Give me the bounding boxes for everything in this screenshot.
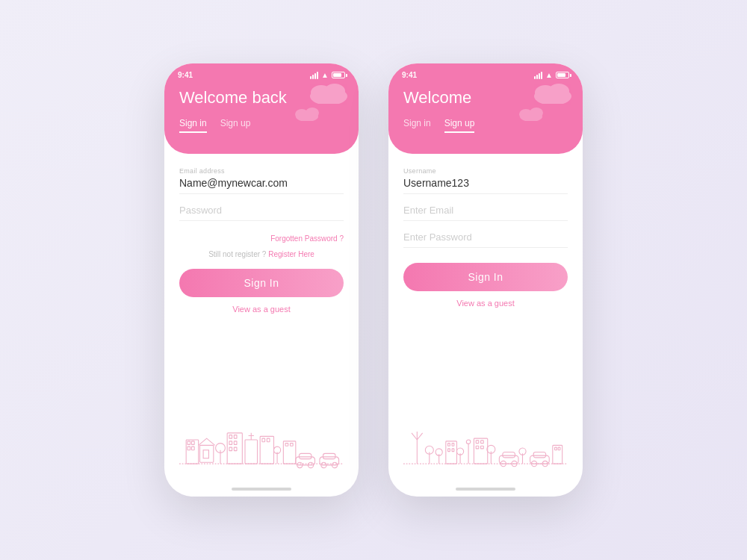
svg-rect-69 <box>481 446 484 449</box>
sign-in-button-2[interactable]: Sign In <box>403 263 568 291</box>
svg-rect-8 <box>192 441 195 445</box>
username-field-group: Username Username123 <box>403 167 568 194</box>
svg-rect-83 <box>555 447 557 450</box>
phone-header-signup: 9:41 ▲ Welcome <box>388 63 583 154</box>
cloud-small-1 <box>293 105 321 121</box>
cloud-large-2 <box>530 78 575 104</box>
tab-signup-1[interactable]: Sign up <box>220 118 251 133</box>
svg-rect-84 <box>558 447 560 450</box>
svg-rect-7 <box>187 441 190 445</box>
register-link[interactable]: Register Here <box>268 250 314 258</box>
svg-rect-66 <box>476 441 479 444</box>
svg-rect-9 <box>187 447 190 450</box>
svg-rect-21 <box>234 447 237 451</box>
username-value[interactable]: Username123 <box>403 177 568 194</box>
svg-rect-22 <box>245 440 258 464</box>
email-value[interactable]: Name@mynewcar.com <box>179 177 344 194</box>
header-content-1: Welcome back Sign in Sign up <box>164 84 359 133</box>
svg-rect-73 <box>503 452 515 458</box>
register-text: Still not register ? Register Here <box>179 250 344 258</box>
svg-rect-78 <box>530 455 550 464</box>
sign-in-button-1[interactable]: Sign In <box>179 269 344 297</box>
city-illustration-2 <box>403 410 568 470</box>
svg-rect-56 <box>446 441 457 464</box>
phone-signup: 9:41 ▲ Welcome <box>388 63 583 497</box>
svg-rect-18 <box>229 441 232 445</box>
tab-signin-1[interactable]: Sign in <box>179 118 207 133</box>
password-placeholder-2[interactable]: Enter Password <box>403 231 568 248</box>
cloud-large-1 <box>306 78 351 104</box>
svg-rect-26 <box>262 438 265 442</box>
svg-rect-12 <box>203 450 208 458</box>
svg-rect-38 <box>323 453 336 458</box>
svg-rect-58 <box>452 444 454 447</box>
tab-signup-2[interactable]: Sign up <box>444 118 475 133</box>
home-indicator-2 <box>456 488 515 491</box>
svg-line-49 <box>412 433 417 440</box>
view-as-guest-1[interactable]: View as a guest <box>179 305 344 314</box>
phone-body-1: Email address Name@mynewcar.com Password… <box>164 154 359 483</box>
svg-rect-17 <box>234 435 237 439</box>
phone-bottom-1 <box>164 483 359 497</box>
phone-header-signin: 9:41 ▲ Welcome <box>164 63 359 154</box>
username-label: Username <box>403 167 568 175</box>
svg-rect-11 <box>200 445 214 462</box>
svg-line-50 <box>417 433 422 440</box>
svg-point-47 <box>530 108 543 118</box>
tab-signin-2[interactable]: Sign in <box>403 118 431 133</box>
svg-rect-20 <box>229 447 232 451</box>
svg-rect-67 <box>481 441 484 444</box>
svg-rect-31 <box>285 444 288 447</box>
email-placeholder-2[interactable]: Enter Email <box>403 205 568 221</box>
svg-rect-72 <box>499 455 518 464</box>
view-as-guest-2[interactable]: View as a guest <box>403 299 568 308</box>
svg-rect-57 <box>448 444 450 447</box>
phone-bottom-2 <box>388 483 583 497</box>
svg-rect-19 <box>234 441 237 445</box>
password-placeholder[interactable]: Password <box>179 205 344 221</box>
email-field-group-2: Enter Email <box>403 205 568 221</box>
email-field-group: Email address Name@mynewcar.com <box>179 167 344 194</box>
svg-rect-16 <box>229 435 232 439</box>
svg-rect-79 <box>533 452 546 458</box>
svg-rect-68 <box>476 446 479 449</box>
svg-rect-82 <box>553 445 562 464</box>
svg-point-2 <box>324 84 345 99</box>
phone-signin: 9:41 ▲ Welcome <box>164 63 359 497</box>
status-time-1: 9:41 <box>178 71 193 79</box>
svg-rect-59 <box>448 449 450 452</box>
svg-rect-27 <box>267 438 270 442</box>
svg-point-5 <box>306 108 319 118</box>
home-indicator-1 <box>232 488 291 491</box>
password-field-group-2: Enter Password <box>403 231 568 248</box>
phone-body-2: Username Username123 Enter Email Enter P… <box>388 154 583 483</box>
cloud-small-2 <box>517 105 545 121</box>
svg-rect-32 <box>291 444 294 447</box>
svg-point-44 <box>548 84 569 99</box>
svg-rect-60 <box>452 449 454 452</box>
svg-rect-34 <box>299 453 311 458</box>
header-content-2: Welcome Sign in Sign up <box>388 84 583 133</box>
forgotten-password-link[interactable]: Forgotten Password ? <box>179 234 344 243</box>
city-illustration-1 <box>179 410 344 470</box>
password-field-group: Password <box>179 205 344 221</box>
svg-rect-10 <box>192 447 195 450</box>
status-time-2: 9:41 <box>402 71 417 79</box>
email-label: Email address <box>179 167 344 175</box>
svg-rect-6 <box>186 440 198 464</box>
